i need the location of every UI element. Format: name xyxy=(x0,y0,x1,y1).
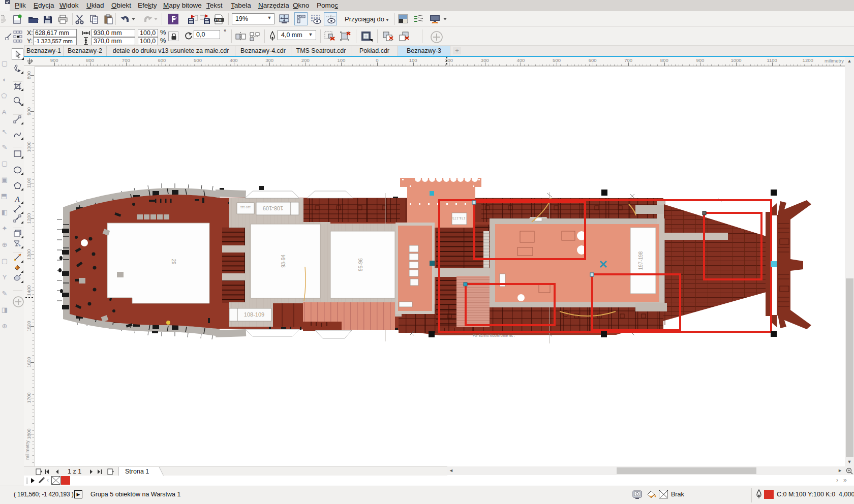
svg-text:108-109: 108-109 xyxy=(263,205,283,211)
svg-text:Für Schnitt-Modell dene les: Für Schnitt-Modell dene les . xyxy=(473,334,515,337)
svg-text:95-96: 95-96 xyxy=(358,258,363,271)
svg-text:93-94: 93-94 xyxy=(281,255,286,268)
svg-text:174-173: 174-173 xyxy=(452,216,466,220)
svg-text:110-111: 110-111 xyxy=(240,206,251,209)
svg-text:197-198: 197-198 xyxy=(638,251,644,270)
svg-text:108-109: 108-109 xyxy=(244,311,264,318)
svg-text:29: 29 xyxy=(171,259,176,265)
